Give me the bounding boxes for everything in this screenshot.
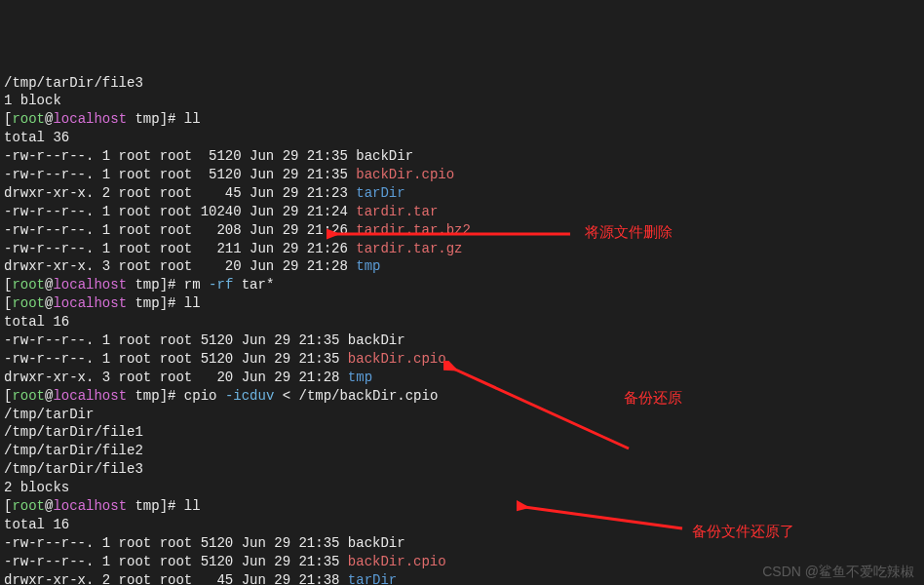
output-line: total 36 [4,129,920,147]
output-line: /tmp/tarDir/file2 [4,442,920,460]
output-line: total 16 [4,516,920,534]
prompt-line[interactable]: [root@localhost tmp]# ll [4,497,920,516]
file-row: -rw-r--r--. 1 root root 5120 Jun 29 21:3… [4,553,920,571]
file-row: -rw-r--r--. 1 root root 5120 Jun 29 21:3… [4,350,920,369]
file-row: drwxr-xr-x. 3 root root 20 Jun 29 21:28 … [4,369,920,387]
file-row: -rw-r--r--. 1 root root 5120 Jun 29 21:3… [4,147,920,166]
output-line: total 16 [4,313,920,332]
output-line: /tmp/tarDir/file3 [4,460,920,479]
output-line: /tmp/tarDir/file3 [4,74,920,93]
prompt-line[interactable]: [root@localhost tmp]# rm -rf tar* [4,276,920,294]
file-row: -rw-r--r--. 1 root root 208 Jun 29 21:26… [4,221,920,240]
file-row: -rw-r--r--. 1 root root 5120 Jun 29 21:3… [4,534,920,553]
file-row: -rw-r--r--. 1 root root 10240 Jun 29 21:… [4,203,920,221]
prompt-line[interactable]: [root@localhost tmp]# ll [4,110,920,129]
prompt-line[interactable]: [root@localhost tmp]# ll [4,294,920,313]
prompt-line[interactable]: [root@localhost tmp]# cpio -icduv < /tmp… [4,387,920,406]
file-row: drwxr-xr-x. 3 root root 20 Jun 29 21:28 … [4,257,920,276]
file-row: drwxr-xr-x. 2 root root 45 Jun 29 21:38 … [4,571,920,585]
file-row: -rw-r--r--. 1 root root 211 Jun 29 21:26… [4,240,920,258]
file-row: -rw-r--r--. 1 root root 5120 Jun 29 21:3… [4,332,920,350]
terminal[interactable]: /tmp/tarDir/file31 block[root@localhost … [4,74,920,585]
output-line: 2 blocks [4,479,920,497]
output-line: /tmp/tarDir [4,406,920,424]
output-line: /tmp/tarDir/file1 [4,423,920,442]
file-row: drwxr-xr-x. 2 root root 45 Jun 29 21:23 … [4,184,920,203]
file-row: -rw-r--r--. 1 root root 5120 Jun 29 21:3… [4,166,920,184]
output-line: 1 block [4,92,920,110]
